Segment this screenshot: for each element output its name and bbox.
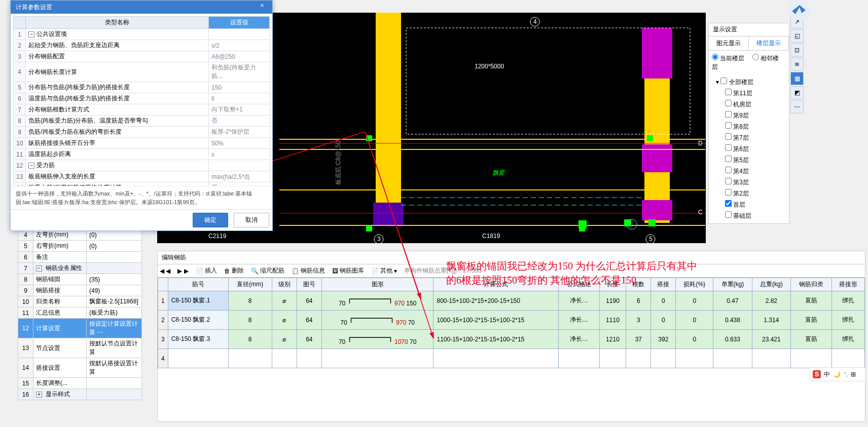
display-settings-title: 显示设置 <box>709 23 789 36</box>
property-row[interactable]: 5 右弯折(mm)(0) <box>18 241 142 252</box>
steel-col-header: 单重(kg) <box>713 278 752 291</box>
svg-rect-16 <box>366 135 372 141</box>
floor-node[interactable]: 首层 <box>713 199 785 210</box>
svg-rect-2 <box>642 28 672 79</box>
floor-node[interactable]: 第4层 <box>713 166 785 177</box>
tool-cube-icon[interactable]: ◩ <box>790 86 804 99</box>
property-row[interactable]: 15 长度调整(... <box>18 378 142 389</box>
svg-text:飘窗: 飘窗 <box>492 169 505 176</box>
steel-col-header: 计算公式 <box>433 278 558 291</box>
svg-text:C2119: C2119 <box>208 232 227 240</box>
floor-node[interactable]: 第3层 <box>713 177 785 188</box>
floor-node[interactable]: 第9层 <box>713 110 785 121</box>
total-weight-label: 单构件钢筋总重(kg)：27.555 <box>404 266 482 275</box>
svg-rect-17 <box>366 225 372 231</box>
param-row[interactable]: 1−公共设置项 <box>14 29 270 40</box>
property-row[interactable]: 10 归类名称飘窗板-2.5[11868] <box>18 296 142 307</box>
steel-col-header: 搭接 <box>651 278 676 291</box>
steel-col-header: 筋号 <box>168 278 228 291</box>
param-row[interactable]: 4 分布钢筋长度计算和负筋(跨板受力筋... <box>14 62 270 82</box>
other-button[interactable]: 📄 其他 ▾ <box>371 266 397 275</box>
steel-row[interactable]: 3C8-150 飘窗.38⌀64 70 1070 70 1100-15+100-… <box>158 330 865 349</box>
floor-node[interactable]: 第7层 <box>713 132 785 143</box>
param-row[interactable]: 8 负筋(跨板受力筋)分布筋、温度筋是否带弯勾否 <box>14 115 270 127</box>
ok-button[interactable]: 确定 <box>193 213 228 227</box>
svg-rect-5 <box>373 203 404 225</box>
property-row[interactable]: 14 搭接设置按默认搭接设置计算 <box>18 358 142 378</box>
insert-button[interactable]: 📄 插入 <box>196 266 217 275</box>
ime-indicator[interactable]: S 中🌙°,⊞ <box>810 367 865 381</box>
tool-more-icon[interactable]: ⋯ <box>790 100 804 113</box>
radio-current-floor[interactable]: 当前楼层 <box>712 55 744 62</box>
property-row[interactable]: 11 汇总信息(板受力筋) <box>18 307 142 319</box>
param-row[interactable]: 7 分布钢筋根数计算方式向下取整+1 <box>14 104 270 115</box>
param-row[interactable]: 12−受力筋 <box>14 160 270 171</box>
svg-rect-3 <box>642 144 672 172</box>
param-row[interactable]: 6 温度筋与负筋(跨板受力筋)的搭接长度ll <box>14 93 270 104</box>
param-row[interactable]: 13 板底钢筋伸入支座的长度max(ha/2,5*d) <box>14 171 270 182</box>
floor-node[interactable]: 第2层 <box>713 188 785 199</box>
floor-node[interactable]: 机房层 <box>713 99 785 110</box>
col-typename: 类型名称 <box>26 17 209 29</box>
floor-node[interactable]: 第11层 <box>713 88 785 99</box>
dialog-help-text: 提供十一种选择，支持输入函数为max、min及+、-、*、/运算符；支持代码：d… <box>11 186 272 209</box>
steel-col-header: 损耗(%) <box>676 278 713 291</box>
steel-col-header: 直径(mm) <box>228 278 272 291</box>
nav-next-button[interactable]: ▶ ▶ <box>177 267 188 275</box>
param-row[interactable]: 3 分布钢筋配置A6@250 <box>14 51 270 62</box>
cancel-button[interactable]: 取消 <box>234 213 269 227</box>
property-row[interactable]: 13 节点设置按默认节点设置计算 <box>18 338 142 358</box>
display-settings-panel: 显示设置 图元显示 楼层显示 当前楼层 相邻楼层 ▾ 全部楼层 第11层 机房层… <box>708 23 789 224</box>
param-row[interactable]: 5 分布筋与负筋(跨板受力筋)的搭接长度150 <box>14 82 270 93</box>
svg-rect-21 <box>578 220 587 228</box>
floor-node[interactable]: 第6层 <box>713 143 785 154</box>
steel-col-header: 级别 <box>272 278 297 291</box>
param-row[interactable]: 14 板受力筋/板带钢筋按平均长度计算否 <box>14 182 270 186</box>
tool-3d-icon[interactable]: ◱ <box>790 29 804 43</box>
steel-row[interactable]: 1C8-150 飘窗.18⌀64 70 970 150 800-15+100-2… <box>158 291 865 310</box>
tool-layers-icon[interactable]: ≋ <box>790 58 804 71</box>
steel-col-header: 公式描述 <box>558 278 599 291</box>
floor-node[interactable]: 第5层 <box>713 154 785 166</box>
svg-rect-4 <box>642 200 672 220</box>
svg-point-40 <box>788 0 811 20</box>
tool-zoom-icon[interactable]: ⊡ <box>790 44 804 57</box>
svg-text:4: 4 <box>533 18 537 25</box>
rebar-info-button[interactable]: 📋 钢筋信息 <box>292 266 325 275</box>
param-row[interactable]: 9 负筋/跨板受力筋在板内的弯折长度板厚-2*保护层 <box>14 127 270 138</box>
rebar-library-button[interactable]: 🖼 钢筋图库 <box>332 266 364 275</box>
svg-text:3: 3 <box>377 236 381 243</box>
property-row[interactable]: 8 钢筋锚固(35) <box>18 274 142 285</box>
property-panel: 3 钢筋信息⌀8@1504 左弯折(mm)(0)5 右弯折(mm)(0)6 备注… <box>18 218 142 400</box>
svg-rect-0 <box>376 13 401 225</box>
floor-node[interactable]: 第8层 <box>713 121 785 132</box>
steel-col-header: 图形 <box>321 278 433 291</box>
scale-rebar-button[interactable]: 🔍 缩尺配筋 <box>251 266 284 275</box>
dialog-close-button[interactable]: × <box>257 2 267 12</box>
steel-col-header: 总重(kg) <box>752 278 790 291</box>
tool-panel-icon[interactable]: ▦ <box>790 72 804 85</box>
steel-col-header: 图号 <box>297 278 321 291</box>
svg-text:5: 5 <box>649 236 653 243</box>
floor-node[interactable]: 基础层 <box>713 210 785 221</box>
param-row[interactable]: 11 温度筋起步距离s <box>14 149 270 160</box>
steel-col-header: 钢筋归类 <box>791 278 832 291</box>
svg-text:C: C <box>698 209 703 216</box>
property-row[interactable]: 6 备注 <box>18 252 142 263</box>
property-row[interactable]: 7− 钢筋业务属性 <box>18 263 142 274</box>
property-row[interactable]: 12 计算设置按设定计算设置计算 ⋯ <box>18 319 142 338</box>
property-row[interactable]: 9 钢筋搭接(49) <box>18 285 142 296</box>
param-row[interactable]: 10 纵筋搭接接头错开百分率50% <box>14 138 270 149</box>
nav-prev-button[interactable]: ◀ ◀ <box>160 267 170 275</box>
delete-button[interactable]: 🗑 删除 <box>224 266 244 275</box>
property-row[interactable]: 16+ 显示样式 <box>18 389 142 400</box>
svg-rect-23 <box>648 219 656 226</box>
param-row[interactable]: 2 起始受力钢筋、负筋距支座边距离s/2 <box>14 40 270 51</box>
app-logo-icon <box>784 0 815 20</box>
steel-row[interactable]: 2C8-150 飘窗.28⌀64 70 970 70 1000-15+100-2… <box>158 310 865 330</box>
tab-floor-display[interactable]: 楼层显示 <box>749 36 789 50</box>
calc-params-dialog: 计算参数设置 × 类型名称 设置值 1−公共设置项2 起始受力钢筋、负筋距支座边… <box>10 0 273 231</box>
svg-text:1200*5000: 1200*5000 <box>475 63 504 70</box>
tab-element-display[interactable]: 图元显示 <box>709 36 749 50</box>
floor-tree-root[interactable]: ▾ 全部楼层 <box>713 76 785 88</box>
